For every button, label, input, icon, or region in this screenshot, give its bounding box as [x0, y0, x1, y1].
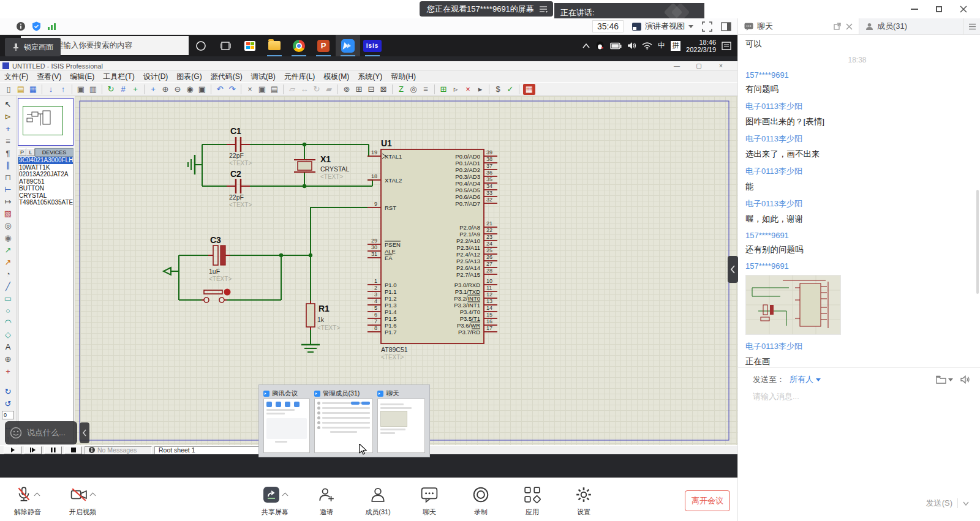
- send-file-button[interactable]: [936, 375, 953, 384]
- minimize-button[interactable]: [907, 2, 922, 16]
- chevron-up-icon[interactable]: [90, 493, 96, 499]
- control-apps[interactable]: 应用: [513, 483, 551, 517]
- zoom-in-icon[interactable]: ⊕: [159, 84, 172, 95]
- paste-icon[interactable]: ▤: [268, 84, 281, 95]
- path-2d-icon[interactable]: ◇: [2, 329, 15, 341]
- wire-label-icon[interactable]: ≡: [2, 135, 15, 147]
- pan-icon[interactable]: +: [147, 84, 159, 95]
- emoji-icon[interactable]: [10, 427, 22, 439]
- tape-recorder-icon[interactable]: ◎: [2, 220, 15, 232]
- grid-toggle-icon[interactable]: #: [117, 84, 129, 95]
- symbols-icon[interactable]: ⊕: [2, 353, 15, 365]
- import-icon[interactable]: ↓: [45, 84, 57, 95]
- menu-item-图表(G)[interactable]: 图表(G): [172, 72, 206, 82]
- make-device-icon[interactable]: ⊞: [353, 84, 365, 95]
- current-probe-icon[interactable]: ↗: [2, 256, 15, 268]
- sim-play-button[interactable]: [4, 446, 21, 454]
- wifi-icon[interactable]: [642, 42, 652, 50]
- block-rotate-icon[interactable]: ↻: [311, 84, 323, 95]
- menu-item-系统(Y)[interactable]: 系统(Y): [353, 72, 386, 82]
- voltage-probe-icon[interactable]: ↗: [2, 244, 15, 256]
- terminals-icon[interactable]: ⊢: [2, 183, 15, 195]
- window-preview-3[interactable]: 聊天: [377, 389, 425, 453]
- undo-icon[interactable]: ↶: [214, 84, 226, 95]
- control-members[interactable]: 成员(31): [359, 483, 397, 517]
- new-sheet-icon[interactable]: ▹: [450, 84, 462, 95]
- text-script-icon[interactable]: ¶: [2, 147, 15, 159]
- menu-item-编辑(E)[interactable]: 编辑(E): [66, 72, 99, 82]
- control-chat[interactable]: 聊天: [410, 483, 448, 517]
- view-mode-button[interactable]: 演讲者视图: [632, 21, 693, 32]
- schematic-overview-map[interactable]: [18, 98, 74, 146]
- new-file-icon[interactable]: ▯: [2, 84, 15, 95]
- search-tag-icon[interactable]: ◎: [407, 84, 420, 95]
- control-share[interactable]: 共享屏幕: [256, 483, 294, 517]
- isis-maximize-button[interactable]: ▢: [695, 62, 703, 69]
- battery-icon[interactable]: [610, 42, 622, 50]
- notification-center-icon[interactable]: [722, 42, 731, 50]
- window-preview-1[interactable]: 腾讯会议: [263, 389, 310, 453]
- control-unmute[interactable]: 解除静音: [9, 483, 47, 517]
- tray-expand-icon[interactable]: [582, 43, 590, 48]
- menu-item-源代码(S)[interactable]: 源代码(S): [206, 72, 247, 82]
- copy-icon[interactable]: ▣: [256, 84, 268, 95]
- mark-area-icon[interactable]: ▥: [87, 84, 99, 95]
- language-indicator[interactable]: 中: [658, 40, 665, 51]
- block-copy-icon[interactable]: ▱: [286, 84, 298, 95]
- control-camera[interactable]: 开启视频: [64, 483, 102, 517]
- send-to-selector[interactable]: 所有人: [790, 374, 821, 385]
- rotate-angle-field[interactable]: 0: [2, 411, 14, 419]
- message-image-thumbnail[interactable]: [745, 275, 841, 335]
- meeting-info-icon[interactable]: [16, 21, 26, 31]
- pick-device-icon[interactable]: ⊚: [341, 84, 353, 95]
- devices-list[interactable]: 9C04021A3000FLHF310WATT1K02013A220JAT2AA…: [18, 157, 74, 443]
- packaging-icon[interactable]: ⊟: [365, 84, 377, 95]
- ares-netlist-icon[interactable]: ▦: [523, 84, 535, 95]
- origin-icon[interactable]: +: [129, 84, 141, 95]
- side-panel-toggle-icon[interactable]: [721, 22, 731, 31]
- markers-icon[interactable]: +: [2, 365, 15, 377]
- isis-minimize-button[interactable]: —: [673, 62, 681, 69]
- preview-thumbnail[interactable]: [377, 399, 425, 453]
- device-item[interactable]: 02013A220JAT2A: [18, 171, 73, 178]
- chat-panel-collapse-handle[interactable]: [728, 256, 738, 283]
- taskbar-app-tencent-meeting[interactable]: [336, 35, 360, 56]
- zoom-area-icon[interactable]: ▣: [196, 84, 208, 95]
- devices-p-button[interactable]: P: [18, 148, 26, 156]
- chevron-up-icon[interactable]: [34, 493, 40, 499]
- pin-screen-button[interactable]: 锁定画面: [5, 38, 61, 56]
- control-settings[interactable]: 设置: [565, 483, 603, 517]
- taskbar-app-chrome[interactable]: [287, 35, 311, 56]
- text-2d-icon[interactable]: A: [2, 341, 15, 353]
- property-tool-icon[interactable]: ≡: [420, 84, 432, 95]
- menu-item-文件(F)[interactable]: 文件(F): [0, 72, 32, 82]
- isis-titlebar[interactable]: UNTITLED - ISIS Professional — ▢ ×: [0, 61, 737, 71]
- panel-menu-button[interactable]: [963, 18, 980, 34]
- network-signal-icon[interactable]: [47, 22, 57, 31]
- chat-message-list[interactable]: 可以18:38157****9691有问题吗电子0113李少阳图咋画出来的？[表…: [738, 35, 976, 367]
- cut-icon[interactable]: ×: [244, 84, 256, 95]
- box-2d-icon[interactable]: ▭: [2, 293, 15, 305]
- quick-chat-collapse-handle[interactable]: [80, 422, 89, 443]
- menu-item-模板(M)[interactable]: 模板(M): [319, 72, 353, 82]
- resistor-r1[interactable]: R1 1k <TEXT>: [306, 301, 340, 331]
- decompose-icon[interactable]: ⊠: [377, 84, 390, 95]
- isis-close-button[interactable]: ×: [717, 62, 725, 69]
- junction-dot-icon[interactable]: +: [2, 123, 15, 135]
- taskbar-app-powerpoint[interactable]: P: [311, 35, 336, 56]
- capacitor-c2[interactable]: C2 22pF <TEXT>: [227, 169, 252, 208]
- capacitor-c1[interactable]: C1 22pF <TEXT>: [227, 126, 252, 167]
- buses-icon[interactable]: ∥: [2, 159, 15, 171]
- wire-autorouter-icon[interactable]: Z: [395, 84, 407, 95]
- taskbar-app-file-explorer[interactable]: [262, 35, 287, 56]
- line-2d-icon[interactable]: ╱: [2, 280, 15, 293]
- rotate-ccw-icon[interactable]: ↺: [2, 398, 15, 410]
- popout-icon[interactable]: [834, 23, 841, 30]
- tab-members[interactable]: 成员(31): [859, 18, 963, 34]
- menu-item-设计(D)[interactable]: 设计(D): [139, 72, 173, 82]
- sound-icon[interactable]: [960, 375, 970, 384]
- close-chat-icon[interactable]: [846, 23, 853, 30]
- maximize-button[interactable]: [931, 2, 947, 16]
- selection-pointer-icon[interactable]: ↖: [2, 99, 15, 111]
- device-item[interactable]: AT89C51: [18, 178, 73, 186]
